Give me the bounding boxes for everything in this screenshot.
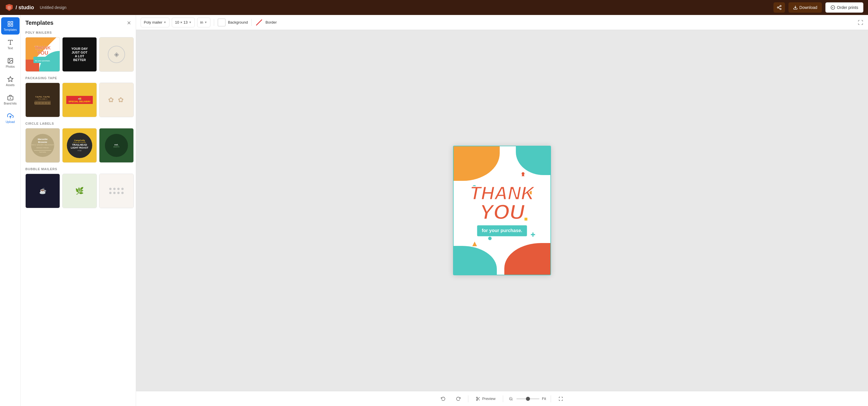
size-chevron-icon: ▼ bbox=[189, 21, 192, 24]
zoom-out-button[interactable] bbox=[508, 396, 514, 402]
circle-labels-label: Circle Labels bbox=[25, 122, 131, 125]
svg-point-2 bbox=[780, 8, 781, 10]
share-button[interactable] bbox=[773, 2, 785, 13]
bottom-divider-3 bbox=[551, 395, 551, 402]
card-banner-text: for your purchase. bbox=[482, 228, 522, 233]
product-selector[interactable]: Poly mailer ▼ bbox=[141, 18, 169, 27]
upload-icon bbox=[7, 113, 13, 119]
border-slash-icon bbox=[255, 19, 263, 27]
svg-point-25 bbox=[476, 399, 477, 401]
expand-button[interactable] bbox=[858, 20, 863, 25]
svg-point-0 bbox=[780, 5, 781, 7]
photos-icon bbox=[7, 58, 13, 64]
sidebar-item-brandkits[interactable]: Brand kits bbox=[1, 91, 20, 108]
template-thumb-pattern[interactable]: ✿ ✿ bbox=[99, 82, 134, 117]
sidebar-item-text[interactable]: Text bbox=[1, 36, 20, 53]
text-icon bbox=[7, 39, 13, 45]
thumb-day-text: YOUR DAYJUST GOTA LOTBETTER bbox=[71, 47, 88, 62]
svg-point-1 bbox=[777, 7, 779, 8]
order-icon bbox=[831, 5, 835, 10]
preview-button[interactable]: Preview bbox=[473, 395, 498, 403]
svg-line-27 bbox=[479, 399, 480, 400]
photos-icon-label: Photos bbox=[6, 65, 15, 68]
section-bubble-mailers: Bubble Mailers ☕ 🌿 bbox=[25, 167, 131, 208]
undo-button[interactable] bbox=[438, 395, 448, 403]
thumb-beige-icon: ◈ bbox=[108, 46, 125, 63]
packaging-tape-label: Packaging Tape bbox=[25, 76, 131, 80]
card-you-text: YOU bbox=[463, 202, 541, 222]
card-banner: for your purchase. bbox=[477, 226, 527, 236]
main-layout: Templates Text Photos Assets bbox=[0, 15, 868, 406]
order-prints-button[interactable]: Order prints bbox=[825, 2, 863, 13]
unit-chevron-icon: ▼ bbox=[204, 21, 207, 24]
canvas-container: ✚ THANK YOU for your purchase. bbox=[136, 30, 868, 391]
unit-label: in bbox=[200, 20, 203, 25]
template-thumb-minimal[interactable]: ◈ bbox=[99, 37, 134, 72]
app-logo[interactable]: / studio bbox=[5, 3, 34, 12]
toolbar: Poly mailer ▼ 10 × 13 ▼ in ▼ Background … bbox=[136, 15, 868, 30]
svg-marker-21 bbox=[522, 173, 525, 176]
poly-mailers-label: Poly Mailers bbox=[25, 31, 131, 34]
redo-button[interactable] bbox=[453, 395, 463, 403]
panel-close-button[interactable]: ✕ bbox=[127, 20, 131, 26]
bubble-mailers-label: Bubble Mailers bbox=[25, 167, 131, 171]
dot-teal-2 bbox=[488, 237, 492, 240]
template-thumb-yourday[interactable]: YOUR DAYJUST GOTA LOTBETTER bbox=[62, 37, 97, 72]
template-thumb-marseille[interactable]: MarseilleBrownie RICH, SAVORY, DELICIOUS… bbox=[25, 128, 60, 163]
template-thumb-thankyou[interactable]: THANK YOU for your purchase. bbox=[25, 37, 60, 72]
design-title[interactable]: Untitled design bbox=[40, 5, 67, 10]
preview-label: Preview bbox=[482, 397, 495, 401]
svg-marker-22 bbox=[472, 242, 477, 246]
toolbar-divider-2 bbox=[251, 19, 252, 26]
panel-header: Templates ✕ bbox=[25, 20, 131, 26]
background-color-picker[interactable] bbox=[218, 19, 226, 27]
fullscreen-icon bbox=[558, 397, 563, 401]
circle-labels-row: MarseilleBrownie RICH, SAVORY, DELICIOUS… bbox=[25, 128, 131, 163]
dot-red-1 bbox=[522, 172, 525, 175]
size-selector[interactable]: 10 × 13 ▼ bbox=[172, 18, 195, 27]
triangle-red-1 bbox=[522, 173, 525, 176]
template-thumb-bubble-floral[interactable]: 🌿 bbox=[62, 174, 97, 208]
svg-point-24 bbox=[476, 397, 477, 398]
sidebar-item-assets[interactable]: Assets bbox=[1, 73, 20, 90]
brandkits-icon bbox=[7, 95, 13, 101]
poly-mailers-row: THANK YOU for your purchase. YOUR DAYJUS… bbox=[25, 37, 131, 72]
templates-icon bbox=[7, 21, 13, 27]
zoom-slider[interactable] bbox=[517, 398, 539, 399]
download-label: Download bbox=[799, 5, 817, 10]
svg-line-28 bbox=[477, 398, 478, 399]
design-card[interactable]: ✚ THANK YOU for your purchase. bbox=[453, 146, 551, 275]
template-thumb-bubble-dark[interactable]: ☕ bbox=[25, 174, 60, 208]
svg-rect-8 bbox=[11, 21, 12, 23]
undo-icon bbox=[441, 397, 445, 401]
svg-rect-7 bbox=[8, 21, 9, 23]
unit-selector[interactable]: in ▼ bbox=[197, 18, 210, 27]
template-thumb-special-delivery[interactable]: 🚚 SPECIAL DELIVERY bbox=[62, 82, 97, 117]
sidebar-item-upload[interactable]: Upload bbox=[1, 109, 20, 127]
scissors-icon bbox=[476, 397, 480, 401]
section-packaging-tape: Packaging Tape TAPE-TAPE VOLUME 2 ▓▓▓▓▓▓… bbox=[25, 76, 131, 117]
app-name: / studio bbox=[16, 5, 34, 11]
order-prints-label: Order prints bbox=[837, 5, 858, 10]
template-thumb-green[interactable]: est. ENJOYS bbox=[99, 128, 134, 163]
download-button[interactable]: Download bbox=[788, 2, 822, 13]
svg-rect-9 bbox=[11, 24, 12, 26]
triangle-red-svg bbox=[526, 251, 531, 256]
canvas-area: Poly mailer ▼ 10 × 13 ▼ in ▼ Background … bbox=[136, 15, 868, 406]
svg-marker-23 bbox=[526, 251, 531, 256]
template-thumb-bubble-dots[interactable] bbox=[99, 174, 134, 208]
triangle-yellow-svg bbox=[472, 242, 477, 246]
template-thumb-campcoffy[interactable]: CampCoffy STELLAR COFFEE TRAILHEADLIGHT … bbox=[62, 128, 97, 163]
border-label: Border bbox=[266, 20, 277, 25]
template-thumb-tape-tape[interactable]: TAPE-TAPE VOLUME 2 ▓▓▓▓▓▓▓▓▓▓▓ bbox=[25, 82, 60, 117]
sidebar-item-photos[interactable]: Photos bbox=[1, 54, 20, 71]
brandkits-icon-label: Brand kits bbox=[4, 102, 17, 105]
download-icon bbox=[793, 5, 798, 10]
bubble-mailers-row: ☕ 🌿 bbox=[25, 174, 131, 208]
svg-line-20 bbox=[256, 20, 262, 25]
packaging-tape-row: TAPE-TAPE VOLUME 2 ▓▓▓▓▓▓▓▓▓▓▓ 🚚 bbox=[25, 82, 131, 117]
sidebar-item-templates[interactable]: Templates bbox=[1, 17, 20, 35]
bottom-divider-1 bbox=[468, 395, 468, 402]
fullscreen-button[interactable] bbox=[556, 395, 566, 403]
panel-title: Templates bbox=[25, 20, 53, 26]
